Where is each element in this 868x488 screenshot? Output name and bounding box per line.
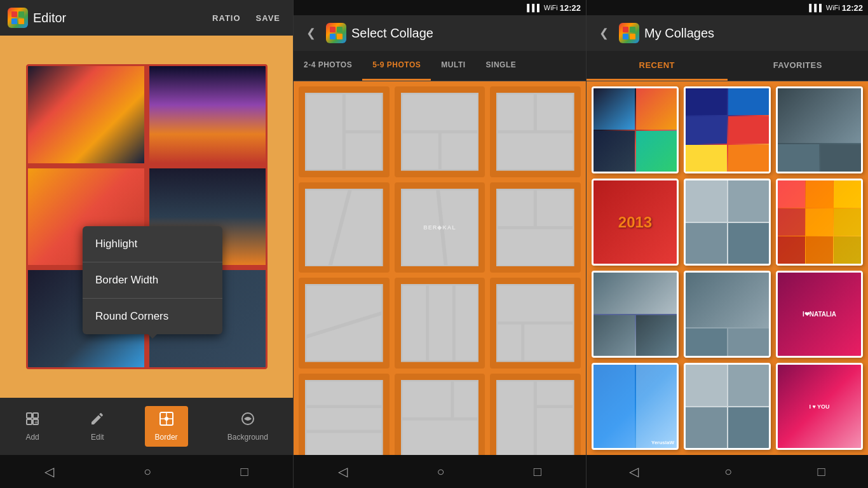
mc-nav-recents[interactable]: □ xyxy=(818,464,825,479)
editor-android-nav: ◁ ○ □ xyxy=(0,455,293,488)
select-back-button[interactable]: ❮ xyxy=(301,24,321,43)
ratio-button[interactable]: RATIO xyxy=(207,11,245,25)
add-label: Add xyxy=(25,433,39,442)
tab-5-9-photos[interactable]: 5-9 PHOTOS xyxy=(362,51,431,81)
template-2[interactable] xyxy=(395,86,485,177)
svg-rect-29 xyxy=(498,133,573,169)
collage-thumb-1[interactable] xyxy=(592,86,679,173)
mycollages-grid: 2013 xyxy=(587,81,868,455)
edit-icon xyxy=(90,411,105,430)
mycollages-title: My Collages xyxy=(644,26,714,41)
template-3[interactable] xyxy=(490,86,581,177)
svg-rect-24 xyxy=(402,133,438,169)
template-10[interactable] xyxy=(299,374,390,455)
mc-wifi-icon: WiFi xyxy=(826,4,840,11)
template-11[interactable] xyxy=(395,374,485,455)
toolbar-border[interactable]: Border xyxy=(145,406,188,447)
border-label: Border xyxy=(155,433,178,442)
toolbar-edit[interactable]: Edit xyxy=(79,406,115,447)
select-nav-home[interactable]: ○ xyxy=(437,464,444,479)
template-9[interactable] xyxy=(490,278,581,369)
my-collages-panel: ▌▌▌ WiFi 12:22 ❮ My Collages RECENT FAVO… xyxy=(586,0,868,488)
svg-rect-75 xyxy=(630,27,635,32)
svg-rect-54 xyxy=(306,433,381,455)
collage-thumb-12[interactable]: I ♥ YOU xyxy=(776,363,863,450)
collage-tabs: 2-4 PHOTOS 5-9 PHOTOS MULTI SINGLE xyxy=(294,51,586,81)
edit-label: Edit xyxy=(91,433,104,442)
svg-rect-57 xyxy=(454,381,477,417)
collage-thumb-3[interactable] xyxy=(776,86,863,173)
svg-rect-23 xyxy=(402,94,477,130)
template-6[interactable] xyxy=(490,182,581,273)
nav-home[interactable]: ○ xyxy=(144,464,151,479)
nav-recents[interactable]: □ xyxy=(241,464,248,479)
editor-header: Editor RATIO SAVE xyxy=(0,0,293,36)
menu-item-round-corners[interactable]: Round Corners xyxy=(83,299,222,334)
template-1[interactable] xyxy=(299,86,390,177)
svg-rect-20 xyxy=(346,94,381,130)
tab-2-4-photos[interactable]: 2-4 PHOTOS xyxy=(294,51,362,81)
template-4[interactable] xyxy=(299,182,390,273)
save-button[interactable]: SAVE xyxy=(251,11,285,25)
collage-cell-1[interactable] xyxy=(28,66,144,163)
svg-rect-53 xyxy=(306,408,381,430)
svg-rect-62 xyxy=(537,408,573,455)
mc-nav-home[interactable]: ○ xyxy=(724,464,732,479)
collage-cell-2[interactable] xyxy=(149,66,266,163)
svg-rect-14 xyxy=(330,27,336,32)
collage-thumb-10[interactable]: YeruslaW xyxy=(592,363,679,450)
collage-thumb-7[interactable] xyxy=(592,271,679,358)
svg-rect-46 xyxy=(456,286,477,361)
collage-thumb-11[interactable] xyxy=(684,363,771,450)
toolbar-add[interactable]: + Add xyxy=(15,406,50,447)
template-8[interactable] xyxy=(395,278,485,369)
menu-item-highlight[interactable]: Highlight xyxy=(83,226,222,262)
bottom-toolbar: + Add Edit Border xyxy=(0,398,293,455)
svg-rect-19 xyxy=(306,94,342,169)
select-nav-back[interactable]: ◁ xyxy=(338,464,348,479)
mycollages-status-bar: ▌▌▌ WiFi 12:22 xyxy=(587,0,868,15)
svg-rect-1 xyxy=(18,11,24,17)
svg-rect-5 xyxy=(33,413,38,418)
svg-point-12 xyxy=(165,417,168,421)
svg-rect-6 xyxy=(27,419,32,424)
svg-rect-50 xyxy=(525,325,573,360)
svg-rect-27 xyxy=(498,94,534,130)
svg-rect-16 xyxy=(330,34,336,39)
svg-text:+: + xyxy=(34,419,38,426)
collage-thumb-5[interactable] xyxy=(684,179,771,266)
mc-signal-icon: ▌▌▌ xyxy=(809,4,824,11)
mycollages-back-button[interactable]: ❮ xyxy=(594,24,614,43)
template-7[interactable] xyxy=(299,278,390,369)
menu-item-border-width[interactable]: Border Width xyxy=(83,262,222,299)
collage-thumb-8[interactable] xyxy=(684,271,771,358)
border-icon xyxy=(159,411,174,430)
template-12[interactable] xyxy=(490,374,581,455)
select-status-bar: ▌▌▌ WiFi 12:22 xyxy=(294,0,586,15)
background-label: Background xyxy=(227,433,268,442)
tab-favorites[interactable]: FAVORITES xyxy=(728,51,869,81)
app-icon xyxy=(8,8,28,28)
svg-rect-39 xyxy=(498,229,573,264)
collage-thumb-9[interactable]: I❤NATALIA xyxy=(776,271,863,358)
mc-nav-back[interactable]: ◁ xyxy=(629,464,639,479)
nav-back[interactable]: ◁ xyxy=(44,464,54,479)
select-nav-recents[interactable]: □ xyxy=(534,464,541,479)
tab-recent[interactable]: RECENT xyxy=(587,51,728,81)
tab-single[interactable]: SINGLE xyxy=(476,51,527,81)
toolbar-background[interactable]: Background xyxy=(217,406,278,447)
svg-rect-0 xyxy=(11,11,17,17)
collage-thumb-2[interactable] xyxy=(684,86,771,173)
collage-thumb-4[interactable]: 2013 xyxy=(592,179,679,266)
wifi-icon: WiFi xyxy=(544,4,558,11)
template-5[interactable]: BER◆KAL xyxy=(395,182,485,273)
mycollages-android-nav: ◁ ○ □ xyxy=(587,455,868,488)
svg-rect-77 xyxy=(630,34,635,39)
mycollages-header: ❮ My Collages xyxy=(587,15,868,51)
context-menu: Highlight Border Width Round Corners xyxy=(83,226,222,334)
collage-thumb-6[interactable] xyxy=(776,179,863,266)
svg-rect-28 xyxy=(537,94,573,130)
tab-multi[interactable]: MULTI xyxy=(431,51,475,81)
select-header: ❮ Select Collage xyxy=(294,15,586,51)
svg-rect-49 xyxy=(498,325,522,360)
